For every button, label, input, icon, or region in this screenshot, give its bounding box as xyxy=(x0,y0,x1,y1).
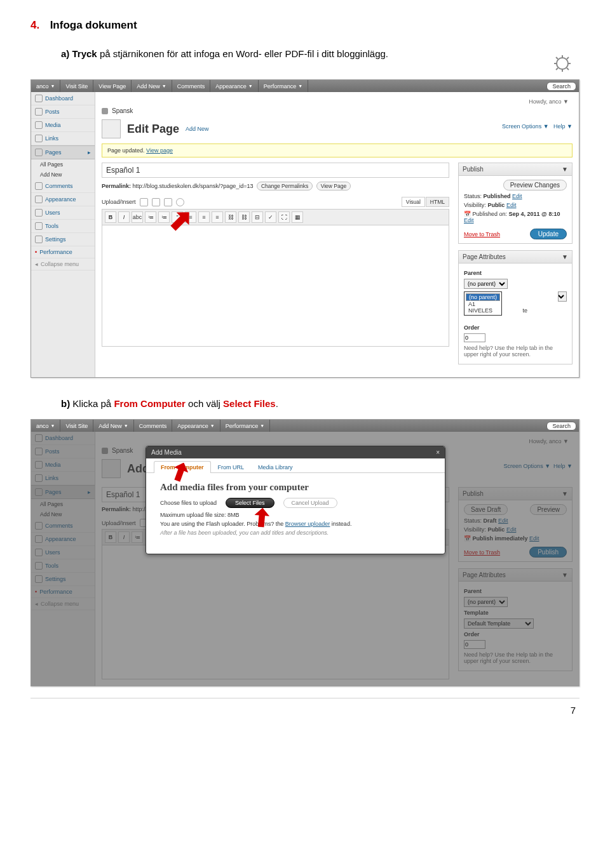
bold-button[interactable]: B xyxy=(105,211,116,223)
more-button[interactable]: ⊟ xyxy=(252,211,263,223)
section-title: Infoga dokument xyxy=(50,19,137,31)
topbar-appearance[interactable]: Appearance▼ xyxy=(210,80,258,92)
para-a-bold: Tryck xyxy=(72,48,97,59)
site-name[interactable]: anco▼ xyxy=(31,80,60,92)
sidebar-links[interactable]: Links xyxy=(31,132,95,145)
comments-icon xyxy=(35,182,43,190)
sidebar-performance[interactable]: •Performance xyxy=(31,246,95,258)
after-upload-text: After a file has been uploaded, you can … xyxy=(160,530,431,536)
add-new-link[interactable]: Add New xyxy=(186,126,209,132)
admin-topbar: anco▼ Visit Site View Page Add New▼ Comm… xyxy=(31,80,579,92)
edit-date-link[interactable]: Edit xyxy=(464,217,474,224)
browser-uploader-link[interactable]: Browser uploader xyxy=(285,521,330,527)
sidebar-settings[interactable]: Settings xyxy=(31,233,95,246)
settings-icon xyxy=(35,236,43,243)
edit-status-link[interactable]: Edit xyxy=(512,193,522,199)
tab-media-library[interactable]: Media Library xyxy=(251,461,300,473)
svg-line-8 xyxy=(556,68,558,70)
strike-button[interactable]: abc xyxy=(132,211,143,223)
spell-button[interactable]: ✓ xyxy=(265,211,276,223)
screenshot-add-media: anco▼ Visit Site Add New▼ Comments Appea… xyxy=(30,419,580,686)
template-select[interactable] xyxy=(558,291,567,302)
ol-button[interactable]: ≔ xyxy=(158,211,170,223)
sidebar-appearance[interactable]: Appearance xyxy=(31,193,95,206)
tools-icon xyxy=(35,222,43,230)
topbar-visit-site[interactable]: Visit Site xyxy=(60,80,93,92)
sidebar-dashboard[interactable]: Dashboard xyxy=(31,92,95,105)
appearance-icon xyxy=(35,196,43,203)
sidebar-comments[interactable]: Comments xyxy=(31,180,95,193)
sidebar-add-new[interactable]: Add New xyxy=(31,170,95,180)
sidebar-media[interactable]: Media xyxy=(31,119,95,132)
close-icon[interactable]: × xyxy=(436,449,440,456)
collapse-menu[interactable]: ◂Collapse menu xyxy=(31,258,95,270)
svg-point-0 xyxy=(557,58,568,69)
html-tab[interactable]: HTML xyxy=(426,197,449,207)
fullscreen-button[interactable]: ⛶ xyxy=(278,211,290,223)
search-button[interactable]: Search xyxy=(546,82,576,91)
title-input[interactable]: Español 1 xyxy=(102,163,449,178)
align-center-button[interactable]: ≡ xyxy=(198,211,210,223)
max-size-text: Maximum upload file size: 8MB xyxy=(160,512,431,518)
sidebar-tools[interactable]: Tools xyxy=(31,220,95,233)
unlink-button[interactable]: ⛓ xyxy=(238,211,250,223)
parent-select[interactable]: (no parent) xyxy=(464,279,508,289)
view-page-link[interactable]: View page xyxy=(146,147,173,154)
modal-heading: Add media files from your computer xyxy=(160,482,431,493)
ul-button[interactable]: ≔ xyxy=(145,211,156,223)
red-arrow-1 xyxy=(170,460,191,484)
add-video-icon[interactable] xyxy=(152,198,160,206)
screenshot-edit-page: anco▼ Visit Site View Page Add New▼ Comm… xyxy=(30,79,580,378)
edit-visibility-link[interactable]: Edit xyxy=(506,202,517,208)
add-media-icon[interactable] xyxy=(176,198,184,206)
editor-textarea[interactable] xyxy=(102,225,449,347)
update-notice: Page updated. View page xyxy=(102,144,573,157)
link-button[interactable]: ⛓ xyxy=(225,211,236,223)
topbar-view-page[interactable]: View Page xyxy=(93,80,132,92)
para-a-text: på stjärnikonen för att infoga en Word- … xyxy=(100,48,388,59)
sidebar-users[interactable]: Users xyxy=(31,206,95,220)
gear-icon xyxy=(553,54,572,73)
align-right-button[interactable]: ≡ xyxy=(212,211,223,223)
svg-line-7 xyxy=(567,57,569,59)
sidebar-pages[interactable]: Pages▸ xyxy=(31,145,95,159)
order-input[interactable] xyxy=(464,333,485,342)
search-button[interactable]: Search xyxy=(546,422,576,431)
sidebar-all-pages[interactable]: All Pages xyxy=(31,159,95,170)
cancel-upload-button[interactable]: Cancel Upload xyxy=(283,498,337,508)
change-permalinks-button[interactable]: Change Permalinks xyxy=(257,182,313,190)
section-number: 4. xyxy=(30,19,39,31)
pages-icon xyxy=(35,149,43,156)
collapse-icon[interactable]: ▼ xyxy=(562,253,568,260)
publish-panel: Publish▼ Preview Changes Status: Publish… xyxy=(458,163,573,244)
preview-changes-button[interactable]: Preview Changes xyxy=(503,180,567,190)
kitchen-sink-button[interactable]: ▦ xyxy=(292,211,303,223)
links-icon xyxy=(35,135,43,142)
italic-button[interactable]: I xyxy=(118,211,130,223)
permalink-row: Permalink: http://blog.studieskolen.dk/s… xyxy=(102,182,449,190)
paragraph-b: b) Klicka på From Computer och välj Sele… xyxy=(61,397,580,410)
sidebar: Dashboard Posts Media Links Pages▸ All P… xyxy=(31,92,95,377)
help-text: Need help? Use the Help tab in the upper… xyxy=(464,345,567,357)
topbar-add-new[interactable]: Add New▼ xyxy=(132,80,172,92)
help-tab[interactable]: Help xyxy=(553,123,566,130)
page-number: 7 xyxy=(30,705,580,716)
collapse-icon[interactable]: ▼ xyxy=(562,166,568,173)
visual-tab[interactable]: Visual xyxy=(402,197,425,207)
choose-files-label: Choose files to upload xyxy=(160,500,217,506)
svg-line-5 xyxy=(556,57,558,59)
dashboard-icon xyxy=(35,95,43,102)
howdy[interactable]: Howdy, anco ▼ xyxy=(102,96,573,107)
screen-options[interactable]: Screen Options xyxy=(502,123,541,130)
sidebar-posts[interactable]: Posts xyxy=(31,105,95,119)
add-image-icon[interactable] xyxy=(140,198,148,206)
view-page-button[interactable]: View Page xyxy=(316,182,351,190)
update-button[interactable]: Update xyxy=(530,229,567,239)
admin-topbar-2: anco▼ Visit Site Add New▼ Comments Appea… xyxy=(31,420,579,432)
topbar-comments[interactable]: Comments xyxy=(172,80,211,92)
add-audio-icon[interactable] xyxy=(164,198,172,206)
tab-from-url[interactable]: From URL xyxy=(211,461,252,473)
topbar-performance[interactable]: Performance▼ xyxy=(259,80,308,92)
move-to-trash-link[interactable]: Move to Trash xyxy=(464,231,500,237)
parent-dropdown-open[interactable]: (no parent) A1 NIVELES xyxy=(464,291,502,316)
